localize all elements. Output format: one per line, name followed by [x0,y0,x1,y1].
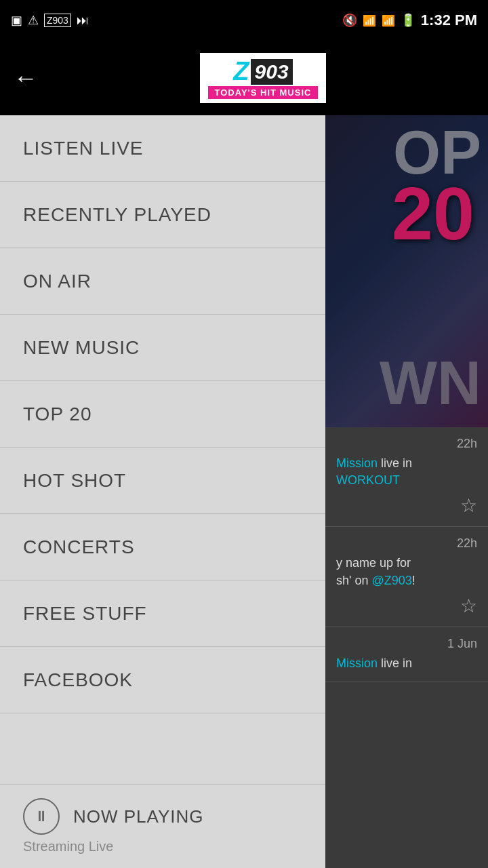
now-playing-section: ⏸ NOW PLAYING Streaming Live [0,784,325,868]
sidebar-item-top-20[interactable]: TOP 20 [0,381,325,448]
header: ← Z 903 TODAY'S HIT MUSIC [0,41,488,115]
nav-item-label: ON AIR [23,271,92,292]
feed-item-1: 22h Mission live in WORKOUT ☆ [325,427,488,527]
feed-item-footer-1: ☆ [336,494,477,517]
feed-link-workout[interactable]: WORKOUT [336,473,400,487]
nav-item-label: RECENTLY PLAYED [23,204,211,226]
logo-903-text: 903 [251,59,293,85]
status-bar-left: ▣ ⚠ Z903 ⏭ [11,13,89,28]
logo-z-letter: Z [233,57,249,86]
top20-number: 20 [392,176,474,251]
now-playing-row: ⏸ NOW PLAYING [23,798,302,835]
streaming-live-text: Streaming Live [23,839,302,861]
back-button[interactable]: ← [14,64,38,92]
feed-link-mission-1[interactable]: Mission [336,456,378,470]
nav-item-label: HOT SHOT [23,470,126,492]
status-bar-right: 🔇 📶 📶 🔋 1:32 PM [342,12,477,29]
top20-image: OP 20 WN [325,115,488,427]
sidebar-item-free-stuff[interactable]: FREE STUFF [0,580,325,647]
now-playing-label: NOW PLAYING [73,806,204,827]
sidebar-item-new-music[interactable]: NEW MUSIC [0,315,325,381]
star-icon-1[interactable]: ☆ [460,494,477,517]
nav-item-label: LISTEN LIVE [23,138,144,159]
feed-item-time-1: 22h [336,437,477,451]
mute-icon: 🔇 [342,13,357,28]
feed-item-text-2: y name up for sh' on @Z903! [336,555,477,589]
feed-link-z903[interactable]: @Z903 [371,574,411,587]
main-container: LISTEN LIVE RECENTLY PLAYED ON AIR NEW M… [0,115,488,868]
nav-item-label: CONCERTS [23,536,135,558]
cassette-icon: ⏭ [77,14,89,28]
feed-item-text-3: Mission live in [336,655,477,672]
sidebar-item-hot-shot[interactable]: HOT SHOT [0,448,325,514]
sidebar-item-facebook[interactable]: FACEBOOK [0,647,325,713]
nav-item-label: FACEBOOK [23,669,133,691]
sidebar-item-listen-live[interactable]: LISTEN LIVE [0,115,325,182]
logo-container: Z 903 TODAY'S HIT MUSIC [52,53,474,103]
photo-icon: ▣ [11,13,22,28]
nav-item-label: NEW MUSIC [23,337,140,359]
feed-link-mission-3[interactable]: Mission [336,656,378,670]
feed-item-text-1: Mission live in WORKOUT [336,455,477,489]
nav-item-label: FREE STUFF [23,603,147,625]
wifi-icon: 📶 [363,14,376,27]
right-content: OP 20 WN 22h Mission live in WORKOUT ☆ 2… [325,115,488,868]
sidebar-item-on-air[interactable]: ON AIR [0,248,325,315]
feed-item-3: 1 Jun Mission live in [325,627,488,682]
star-icon-2[interactable]: ☆ [460,595,477,617]
current-time: 1:32 PM [421,12,477,29]
logo-z903: Z 903 [233,57,292,86]
feed-item-time-3: 1 Jun [336,637,477,651]
feed-item-2: 22h y name up for sh' on @Z903! ☆ [325,527,488,627]
signal-icon: 📶 [382,14,395,27]
feed-item-time-2: 22h [336,536,477,551]
pause-button[interactable]: ⏸ [23,798,60,835]
sidebar-item-recently-played[interactable]: RECENTLY PLAYED [0,182,325,248]
top20-wn-text: WN [380,353,481,414]
nav-item-label: TOP 20 [23,403,92,425]
logo-tagline: TODAY'S HIT MUSIC [208,86,319,99]
pause-icon: ⏸ [34,808,49,825]
alert-icon: ⚠ [28,13,39,28]
sidebar-item-concerts[interactable]: CONCERTS [0,514,325,580]
feed-item-footer-2: ☆ [336,595,477,617]
status-bar: ▣ ⚠ Z903 ⏭ 🔇 📶 📶 🔋 1:32 PM [0,0,488,41]
logo-box: Z 903 TODAY'S HIT MUSIC [200,53,327,103]
battery-icon: 🔋 [401,13,415,28]
sidebar: LISTEN LIVE RECENTLY PLAYED ON AIR NEW M… [0,115,325,868]
radio-station-icon: Z903 [44,14,71,27]
